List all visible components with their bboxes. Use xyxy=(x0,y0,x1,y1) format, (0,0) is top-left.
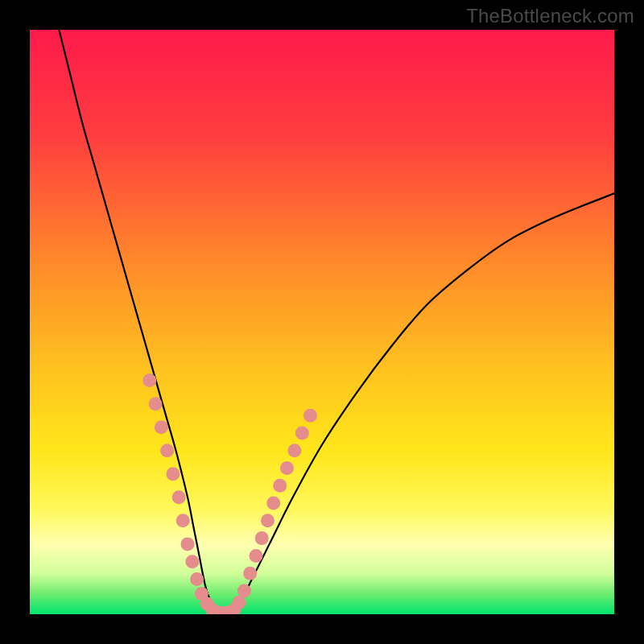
gradient-background xyxy=(30,30,614,614)
highlight-dot xyxy=(273,479,287,493)
highlight-dot xyxy=(266,497,280,510)
highlight-dot xyxy=(280,461,294,475)
watermark-text: TheBottleneck.com xyxy=(466,5,634,27)
highlight-dot xyxy=(155,420,168,434)
plot-area xyxy=(30,30,614,614)
highlight-dot xyxy=(185,555,199,568)
highlight-dot xyxy=(172,490,186,504)
highlight-dot xyxy=(190,572,204,586)
highlight-dot xyxy=(232,596,246,609)
highlight-dot xyxy=(176,514,190,527)
bottleneck-chart xyxy=(30,30,614,614)
highlight-dot xyxy=(181,537,195,551)
highlight-dot xyxy=(255,531,269,545)
highlight-dot xyxy=(295,426,309,440)
highlight-dot xyxy=(142,374,156,387)
highlight-dot xyxy=(303,409,317,423)
highlight-dot xyxy=(249,549,262,563)
highlight-dot xyxy=(261,514,275,527)
highlight-dot xyxy=(287,444,301,457)
highlight-dot xyxy=(243,567,257,580)
highlight-dot xyxy=(237,584,251,597)
highlight-dot xyxy=(149,397,163,411)
chart-frame: TheBottleneck.com xyxy=(0,0,644,644)
highlight-dot xyxy=(166,467,180,481)
highlight-dot xyxy=(160,444,174,457)
